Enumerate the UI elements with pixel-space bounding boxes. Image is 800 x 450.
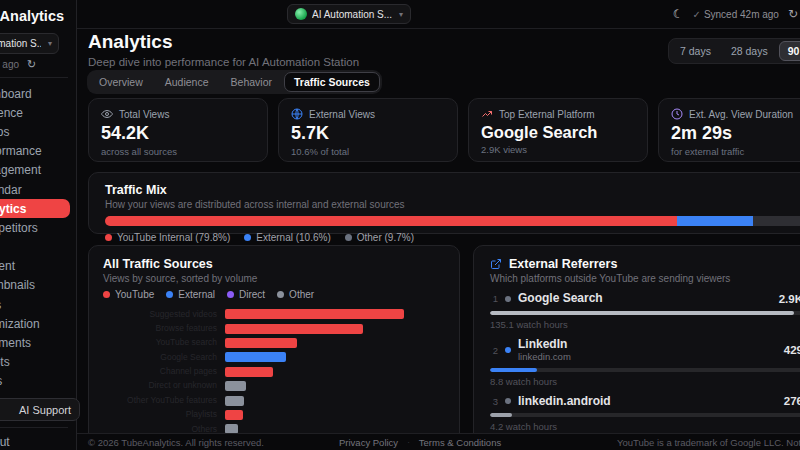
sidebar-item-performance[interactable]: Performance: [0, 142, 76, 161]
referrer-bar-fill: [490, 311, 794, 315]
sidebar-item-audience[interactable]: Audience: [0, 103, 76, 122]
stat-card-top-platform: Top External Platform Google Search 2.9K…: [468, 98, 648, 162]
logout-button[interactable]: Logout: [0, 433, 10, 450]
referrer-bar-fill: [490, 413, 512, 417]
range-button-90-days[interactable]: 90 days: [779, 41, 800, 61]
referrer-watch-hours: 135.1 watch hours: [490, 319, 800, 330]
clock-icon: [671, 108, 683, 120]
range-button-28-days[interactable]: 28 days: [722, 41, 777, 61]
mix-segment-youtube-internal: [105, 216, 677, 226]
referrer-row: 3linkedin.android2764.2 watch hours: [490, 395, 800, 433]
bar: [225, 410, 243, 420]
traffic-mix-legend: YouTube Internal (79.8%)External (10.6%)…: [105, 232, 800, 243]
sidebar-item-comments[interactable]: Comments: [0, 333, 76, 352]
sidebar-item-analytics[interactable]: Analytics: [0, 199, 70, 218]
trending-up-icon: [481, 108, 493, 120]
stat-sub: across all sources: [101, 146, 255, 157]
referrer-dot: [505, 347, 511, 353]
referrer-list: 1Google Search2.9K135.1 watch hours2Link…: [490, 292, 800, 445]
refresh-icon[interactable]: ↻: [788, 7, 798, 21]
card-title: All Traffic Sources: [103, 257, 445, 271]
referrer-rank: 2: [490, 345, 498, 356]
bar: [225, 396, 244, 406]
eye-icon: [101, 108, 113, 120]
sources-legend: YouTubeExternalDirectOther: [103, 289, 445, 300]
bar-label: YouTube search: [103, 338, 225, 347]
chevron-down-icon: ▾: [48, 39, 52, 48]
sidebar-item-content[interactable]: Content: [0, 257, 76, 276]
legend-item: Other (9.7%): [345, 232, 414, 243]
card-subtitle: How your views are distributed across in…: [105, 199, 800, 210]
legend-dot: [345, 234, 352, 241]
page-subtitle: Deep dive into performance for AI Automa…: [88, 56, 359, 68]
mix-segment-other: [753, 216, 800, 226]
sidebar-item-videos[interactable]: Videos: [0, 122, 76, 141]
sidebar-item-competitors[interactable]: Competitors: [0, 218, 76, 237]
legend-dot: [227, 291, 234, 298]
referrer-watch-hours: 8.8 watch hours: [490, 376, 800, 387]
page-title: Analytics: [88, 31, 172, 53]
stat-value: 54.2K: [101, 123, 255, 144]
terms-link[interactable]: Terms & Conditions: [419, 437, 501, 448]
mix-segment-external: [677, 216, 753, 226]
sidebar-item-calendar[interactable]: Calendar: [0, 180, 76, 199]
referrer-name: linkedin.android: [518, 395, 611, 409]
legend-item: Other: [277, 289, 314, 300]
referrer-name-wrap: Google Search: [518, 292, 603, 306]
referrer-head: 2LinkedInlinkedin.com429: [490, 338, 800, 363]
legend-label: External (10.6%): [256, 232, 330, 243]
refresh-icon[interactable]: ↻: [27, 58, 36, 71]
sidebar-item-seo[interactable]: SEO: [0, 238, 76, 257]
legend-label: Other (9.7%): [357, 232, 414, 243]
range-button-7-days[interactable]: 7 days: [671, 41, 720, 61]
bar-row: Direct or unknown: [103, 379, 445, 393]
sidebar-item-dashboard[interactable]: Dashboard: [0, 84, 76, 103]
referrer-value: 276: [784, 395, 800, 407]
sidebar-item-thumbnails[interactable]: Thumbnails: [0, 276, 76, 295]
channel-name: AI Automation S...: [312, 9, 392, 20]
referrer-head: 1Google Search2.9K: [490, 292, 800, 306]
sidebar-item-engagement[interactable]: Engagement: [0, 161, 76, 180]
stat-value: 2m 29s: [671, 123, 800, 144]
sidebar: TubeAnalytics AI Automation S... ▾ Synce…: [0, 0, 77, 450]
sidebar-item-scripts[interactable]: Scripts: [0, 353, 76, 372]
traffic-sources-card: All Traffic Sources Views by source, sor…: [88, 245, 460, 445]
sidebar-channel-selector[interactable]: AI Automation S... ▾: [0, 33, 59, 54]
legend-item: External (10.6%): [244, 232, 330, 243]
referrer-name: Google Search: [518, 292, 603, 306]
tab-overview[interactable]: Overview: [89, 72, 153, 92]
traffic-bars: Suggested videosBrowse featuresYouTube s…: [103, 307, 445, 445]
bar: [225, 352, 286, 362]
dark-mode-toggle-icon[interactable]: ☾: [673, 7, 684, 21]
separator-dot: ·: [407, 438, 410, 447]
tab-audience[interactable]: Audience: [155, 72, 219, 92]
tab-behavior[interactable]: Behavior: [221, 72, 282, 92]
sidebar-item-optimization[interactable]: Optimization: [0, 314, 76, 333]
channel-name: AI Automation S...: [0, 38, 41, 49]
sidebar-sync-status: Synced 42m ago ↻: [0, 58, 36, 71]
sidebar-divider: [0, 77, 68, 78]
stat-value: Google Search: [481, 123, 635, 142]
referrer-rank: 3: [490, 396, 498, 407]
referrer-watch-hours: 4.2 watch hours: [490, 421, 800, 432]
globe-icon: [291, 108, 303, 120]
bar-row: YouTube search: [103, 336, 445, 350]
sidebar-item-ideas[interactable]: Ideas: [0, 372, 76, 391]
stat-label: Ext. Avg. View Duration: [689, 109, 793, 120]
bar: [225, 324, 363, 334]
bar: [225, 338, 297, 348]
bar-row: Other YouTube features: [103, 393, 445, 407]
tab-bar: OverviewAudienceBehaviorTraffic Sources: [87, 70, 382, 94]
tab-traffic-sources[interactable]: Traffic Sources: [284, 72, 380, 92]
legend-item: Direct: [227, 289, 265, 300]
channel-selector[interactable]: AI Automation S... ▾: [287, 4, 411, 24]
ai-support-button[interactable]: AI Support: [0, 398, 80, 421]
card-subtitle: Views by source, sorted by volume: [103, 273, 445, 284]
legend-item: External: [166, 289, 215, 300]
referrer-bar-track: [490, 368, 800, 372]
legend-label: External: [178, 289, 215, 300]
sidebar-item-titles[interactable]: Titles: [0, 295, 76, 314]
legend-label: YouTube: [115, 289, 154, 300]
traffic-mix-card: Traffic Mix How your views are distribut…: [88, 172, 800, 234]
privacy-policy-link[interactable]: Privacy Policy: [339, 437, 398, 448]
